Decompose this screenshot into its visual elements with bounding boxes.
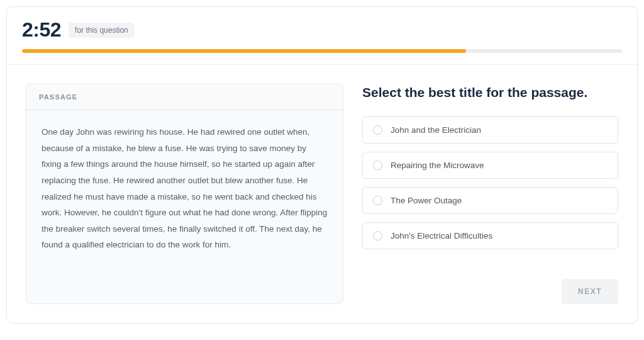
option-4[interactable]: John's Electrical Difficulties xyxy=(362,222,618,249)
footer-row: NEXT xyxy=(362,260,618,304)
radio-icon xyxy=(373,161,382,170)
timer-value: 2:52 xyxy=(22,18,61,42)
question-column: Select the best title for the passage. J… xyxy=(362,84,618,304)
options-list: John and the Electrician Repairing the M… xyxy=(362,116,618,249)
option-1[interactable]: John and the Electrician xyxy=(362,116,618,144)
body-row: PASSAGE One day John was rewiring his ho… xyxy=(7,65,637,323)
option-3-label: The Power Outage xyxy=(391,196,462,205)
passage-panel: PASSAGE One day John was rewiring his ho… xyxy=(26,84,343,304)
header-row: 2:52 for this question xyxy=(7,7,637,49)
progress-bar xyxy=(22,49,622,53)
option-3[interactable]: The Power Outage xyxy=(362,187,618,214)
option-2[interactable]: Repairing the Microwave xyxy=(362,152,618,179)
option-4-label: John's Electrical Difficulties xyxy=(391,231,492,241)
option-1-label: John and the Electrician xyxy=(391,125,481,135)
radio-icon xyxy=(373,231,382,241)
radio-icon xyxy=(373,196,382,205)
next-button[interactable]: NEXT xyxy=(562,279,618,304)
quiz-card: 2:52 for this question PASSAGE One day J… xyxy=(6,6,638,324)
timer-note: for this question xyxy=(69,23,135,38)
option-2-label: Repairing the Microwave xyxy=(391,161,484,170)
radio-icon xyxy=(373,125,382,135)
passage-header-label: PASSAGE xyxy=(26,84,343,110)
passage-text: One day John was rewiring his house. He … xyxy=(26,110,343,267)
progress-fill xyxy=(22,49,466,53)
question-prompt: Select the best title for the passage. xyxy=(362,85,618,100)
